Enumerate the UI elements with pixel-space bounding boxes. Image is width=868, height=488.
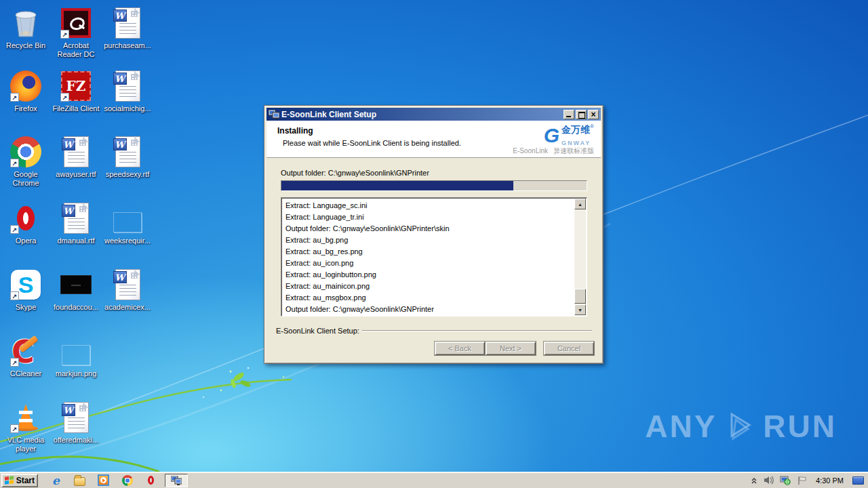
desktop-icon-academicex[interactable]: W academicex... xyxy=(102,268,153,312)
setup-app-icon xyxy=(269,110,279,119)
log-line: Output folder: C:\gnway\eSoonlink\GNPrin… xyxy=(285,223,572,235)
taskbar: Start e xyxy=(0,472,868,488)
installer-window: E-SoonLink Client Setup Installing Pleas… xyxy=(264,105,604,364)
shortcut-arrow-icon xyxy=(10,358,19,367)
quick-launch-bar: e xyxy=(50,474,157,486)
log-line: Extract: au_bg_res.png xyxy=(285,246,572,258)
ccleaner-icon: C xyxy=(9,335,42,367)
desktop-icon-skype[interactable]: S Skype xyxy=(0,268,52,312)
desktop-icon-label: Opera xyxy=(0,237,52,245)
word-document-icon: W xyxy=(111,7,144,39)
filezilla-icon: FZ xyxy=(60,70,92,102)
desktop-icon-label: Recycle Bin xyxy=(0,41,52,50)
desktop-icon-label: weeksrequir... xyxy=(102,237,153,245)
shortcut-arrow-icon xyxy=(60,93,69,102)
log-line: Extract: au_msgbox.png xyxy=(285,292,572,304)
start-button-label: Start xyxy=(16,476,35,485)
desktop-icon-dmanual[interactable]: W dmanual.rtf xyxy=(50,202,102,245)
media-player-icon[interactable] xyxy=(98,474,109,486)
desktop-icon-socialmichig[interactable]: W socialmichig... xyxy=(102,70,153,113)
log-line: Extract: Language_sc.ini xyxy=(285,200,572,211)
word-document-icon: W xyxy=(111,268,144,301)
word-document-icon: W xyxy=(60,202,92,235)
volume-icon[interactable] xyxy=(764,476,774,485)
task-button-installer[interactable] xyxy=(165,474,188,487)
desktop-icon-label: Firefox xyxy=(0,104,52,113)
scroll-down-button[interactable] xyxy=(574,304,586,315)
minimize-button[interactable] xyxy=(564,110,574,119)
desktop-icon-google-chrome[interactable]: Google Chrome xyxy=(0,136,52,188)
chrome-icon xyxy=(9,136,42,168)
desktop-icon-purchaseam[interactable]: W purchaseam... xyxy=(102,7,153,50)
flag-icon[interactable] xyxy=(797,476,807,485)
shortcut-arrow-icon xyxy=(10,159,19,167)
desktop-icon-markjun[interactable]: markjun.png xyxy=(50,335,102,378)
system-tray: 4:30 PM xyxy=(751,472,868,488)
chevron-up-icon[interactable] xyxy=(751,476,757,485)
desktop: Recycle Bin Firefox Google Chrome Opera … xyxy=(0,0,868,472)
desktop-icon-label: dmanual.rtf xyxy=(50,237,102,245)
window-titlebar[interactable]: E-SoonLink Client Setup xyxy=(267,108,601,121)
log-line: Extract: au_mainicon.png xyxy=(285,281,572,292)
vlc-icon xyxy=(9,401,42,434)
progress-fill xyxy=(281,181,513,190)
desktop-icon-weeksrequir[interactable]: weeksrequir... xyxy=(102,202,153,245)
desktop-icon-vlc[interactable]: VLC media player xyxy=(0,401,52,453)
opera-icon xyxy=(9,202,42,235)
cancel-button[interactable]: Cancel xyxy=(544,342,594,355)
desktop-icon-firefox[interactable]: Firefox xyxy=(0,70,52,113)
video-thumbnail-icon xyxy=(60,268,92,301)
brand-name-cn: 金万维 xyxy=(561,124,590,135)
vertical-scrollbar[interactable] xyxy=(574,199,586,315)
watermark-text-run: RUN xyxy=(763,408,837,445)
anyrun-logo-icon xyxy=(722,409,757,444)
shortcut-arrow-icon xyxy=(10,225,19,234)
watermark-text-any: ANY xyxy=(645,408,717,445)
gnway-brand: G 金万维® GNWAY xyxy=(544,123,594,148)
anyrun-watermark: ANY RUN xyxy=(645,408,837,445)
maximize-button[interactable] xyxy=(576,110,587,119)
opera-quicklaunch-icon[interactable] xyxy=(145,474,157,486)
explorer-folder-icon[interactable] xyxy=(74,474,85,486)
back-button[interactable]: < Back xyxy=(435,342,485,355)
scroll-up-button[interactable] xyxy=(574,199,586,209)
next-button[interactable]: Next > xyxy=(486,342,536,355)
desktop-icon-awayuser[interactable]: W awayuser.rtf xyxy=(50,136,102,179)
output-folder-status: Output folder: C:\gnway\eSoonlink\GNPrin… xyxy=(281,169,429,177)
desktop-icon-recycle-bin[interactable]: Recycle Bin xyxy=(0,7,52,50)
groupbox-rule xyxy=(362,330,592,331)
desktop-icon-foundaccou[interactable]: foundaccou... xyxy=(50,268,102,312)
registered-mark: ® xyxy=(590,123,594,129)
desktop-icon-label: Skype xyxy=(0,303,52,312)
skype-icon: S xyxy=(9,268,42,301)
page-title: Installing xyxy=(277,126,313,136)
window-title: E-SoonLink Client Setup xyxy=(281,110,562,119)
internet-explorer-icon[interactable]: e xyxy=(50,474,62,486)
network-update-icon[interactable] xyxy=(780,476,791,485)
install-log-list[interactable]: Extract: Language_sc.ini Extract: Langua… xyxy=(281,197,587,317)
installer-header: Installing Please wait while E-SoonLink … xyxy=(267,121,601,158)
broken-image-icon xyxy=(111,202,144,235)
brand-product: E-SoonLink xyxy=(513,147,548,155)
chrome-quicklaunch-icon[interactable] xyxy=(121,474,133,486)
desktop-icon-ccleaner[interactable]: C CCleaner xyxy=(0,335,52,378)
desktop-icon-speedsexy[interactable]: W speedsexy.rtf xyxy=(102,136,153,179)
start-button[interactable]: Start xyxy=(1,474,38,487)
close-button[interactable] xyxy=(588,110,599,119)
scrollbar-thumb[interactable] xyxy=(574,289,586,304)
display-icon[interactable] xyxy=(852,476,864,485)
progress-bar xyxy=(281,180,587,191)
word-document-icon: W xyxy=(111,70,144,102)
desktop-icon-label: foundaccou... xyxy=(50,303,102,312)
log-line: Extract: au_icon.png xyxy=(285,258,572,269)
groupbox-label: E-SoonLink Client Setup: xyxy=(276,327,359,335)
desktop-icon-filezilla[interactable]: FZ FileZilla Client xyxy=(50,70,102,113)
desktop-icon-label: markjun.png xyxy=(50,369,102,378)
page-subtitle: Please wait while E-SoonLink Client is b… xyxy=(283,139,461,147)
desktop-icon-offeredmaki[interactable]: W offeredmaki... xyxy=(50,401,102,445)
recycle-bin-icon xyxy=(9,7,42,39)
desktop-icon-opera[interactable]: Opera xyxy=(0,202,52,245)
desktop-icon-label: academicex... xyxy=(102,303,153,312)
taskbar-clock[interactable]: 4:30 PM xyxy=(816,476,844,485)
desktop-icon-acrobat[interactable]: Acrobat Reader DC xyxy=(50,7,102,59)
